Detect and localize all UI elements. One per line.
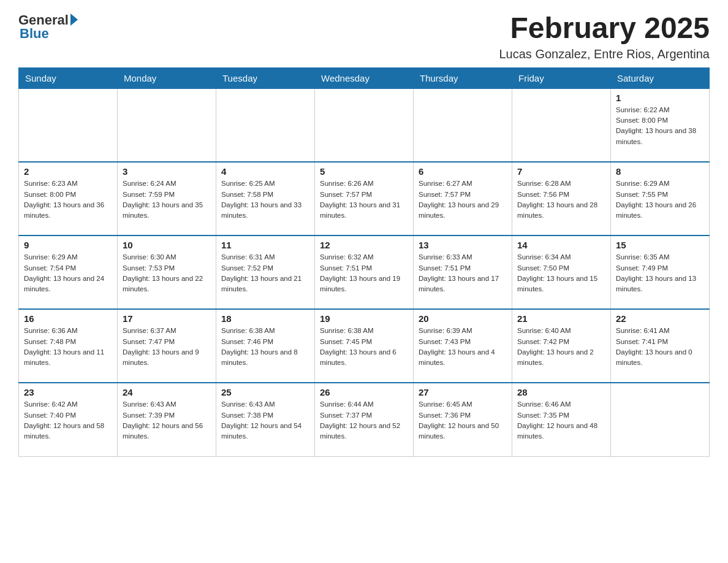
- day-number: 1: [616, 93, 704, 103]
- header-saturday: Saturday: [611, 67, 710, 88]
- day-info: Sunrise: 6:32 AMSunset: 7:51 PMDaylight:…: [320, 252, 408, 294]
- day-number: 18: [221, 313, 309, 324]
- day-info: Sunrise: 6:35 AMSunset: 7:49 PMDaylight:…: [616, 252, 704, 294]
- table-row: 20Sunrise: 6:39 AMSunset: 7:43 PMDayligh…: [414, 309, 512, 383]
- title-area: February 2025 Lucas Gonzalez, Entre Rios…: [499, 12, 710, 61]
- day-number: 10: [123, 240, 211, 250]
- day-number: 22: [616, 313, 704, 324]
- table-row: [611, 383, 710, 456]
- day-info: Sunrise: 6:38 AMSunset: 7:45 PMDaylight:…: [320, 326, 408, 368]
- weekday-header-row: Sunday Monday Tuesday Wednesday Thursday…: [19, 67, 710, 88]
- logo-blue-text: Blue: [20, 26, 49, 42]
- day-info: Sunrise: 6:29 AMSunset: 7:54 PMDaylight:…: [24, 252, 112, 294]
- day-number: 7: [517, 166, 605, 177]
- table-row: 7Sunrise: 6:28 AMSunset: 7:56 PMDaylight…: [512, 162, 611, 236]
- table-row: [118, 88, 216, 162]
- table-row: 3Sunrise: 6:24 AMSunset: 7:59 PMDaylight…: [118, 162, 216, 236]
- day-info: Sunrise: 6:23 AMSunset: 8:00 PMDaylight:…: [24, 178, 112, 221]
- table-row: 8Sunrise: 6:29 AMSunset: 7:55 PMDaylight…: [611, 162, 710, 236]
- day-info: Sunrise: 6:33 AMSunset: 7:51 PMDaylight:…: [419, 252, 507, 294]
- day-number: 15: [616, 240, 704, 250]
- month-title: February 2025: [499, 12, 710, 45]
- day-number: 27: [419, 387, 507, 397]
- day-number: 25: [221, 387, 309, 397]
- day-number: 2: [24, 166, 112, 177]
- table-row: 19Sunrise: 6:38 AMSunset: 7:45 PMDayligh…: [315, 309, 414, 383]
- day-info: Sunrise: 6:38 AMSunset: 7:46 PMDaylight:…: [221, 326, 309, 368]
- day-number: 13: [419, 240, 507, 250]
- table-row: [19, 88, 118, 162]
- calendar-week-row: 23Sunrise: 6:42 AMSunset: 7:40 PMDayligh…: [19, 383, 710, 456]
- day-number: 17: [123, 313, 211, 324]
- day-info: Sunrise: 6:30 AMSunset: 7:53 PMDaylight:…: [123, 252, 211, 294]
- day-number: 21: [517, 313, 605, 324]
- day-info: Sunrise: 6:28 AMSunset: 7:56 PMDaylight:…: [517, 178, 605, 221]
- table-row: 1Sunrise: 6:22 AMSunset: 8:00 PMDaylight…: [611, 88, 710, 162]
- day-info: Sunrise: 6:43 AMSunset: 7:38 PMDaylight:…: [221, 399, 309, 442]
- table-row: 16Sunrise: 6:36 AMSunset: 7:48 PMDayligh…: [19, 309, 118, 383]
- day-number: 19: [320, 313, 408, 324]
- table-row: 25Sunrise: 6:43 AMSunset: 7:38 PMDayligh…: [216, 383, 315, 456]
- day-number: 24: [123, 387, 211, 397]
- header-monday: Monday: [118, 67, 216, 88]
- day-info: Sunrise: 6:43 AMSunset: 7:39 PMDaylight:…: [123, 399, 211, 442]
- table-row: 12Sunrise: 6:32 AMSunset: 7:51 PMDayligh…: [315, 236, 414, 309]
- table-row: 9Sunrise: 6:29 AMSunset: 7:54 PMDaylight…: [19, 236, 118, 309]
- day-number: 26: [320, 387, 408, 397]
- day-number: 23: [24, 387, 112, 397]
- day-info: Sunrise: 6:46 AMSunset: 7:35 PMDaylight:…: [517, 399, 605, 442]
- table-row: [512, 88, 611, 162]
- table-row: 18Sunrise: 6:38 AMSunset: 7:46 PMDayligh…: [216, 309, 315, 383]
- calendar-week-row: 1Sunrise: 6:22 AMSunset: 8:00 PMDaylight…: [19, 88, 710, 162]
- day-number: 11: [221, 240, 309, 250]
- calendar-week-row: 16Sunrise: 6:36 AMSunset: 7:48 PMDayligh…: [19, 309, 710, 383]
- table-row: 23Sunrise: 6:42 AMSunset: 7:40 PMDayligh…: [19, 383, 118, 456]
- day-info: Sunrise: 6:22 AMSunset: 8:00 PMDaylight:…: [616, 105, 704, 147]
- day-info: Sunrise: 6:41 AMSunset: 7:41 PMDaylight:…: [616, 326, 704, 368]
- location-text: Lucas Gonzalez, Entre Rios, Argentina: [499, 47, 710, 61]
- table-row: 2Sunrise: 6:23 AMSunset: 8:00 PMDaylight…: [19, 162, 118, 236]
- day-info: Sunrise: 6:36 AMSunset: 7:48 PMDaylight:…: [24, 326, 112, 368]
- table-row: [216, 88, 315, 162]
- header-sunday: Sunday: [19, 67, 118, 88]
- day-info: Sunrise: 6:42 AMSunset: 7:40 PMDaylight:…: [24, 399, 112, 442]
- table-row: 11Sunrise: 6:31 AMSunset: 7:52 PMDayligh…: [216, 236, 315, 309]
- calendar-week-row: 9Sunrise: 6:29 AMSunset: 7:54 PMDaylight…: [19, 236, 710, 309]
- day-number: 14: [517, 240, 605, 250]
- day-number: 8: [616, 166, 704, 177]
- day-number: 12: [320, 240, 408, 250]
- calendar-week-row: 2Sunrise: 6:23 AMSunset: 8:00 PMDaylight…: [19, 162, 710, 236]
- header-wednesday: Wednesday: [315, 67, 414, 88]
- day-info: Sunrise: 6:45 AMSunset: 7:36 PMDaylight:…: [419, 399, 507, 442]
- day-info: Sunrise: 6:31 AMSunset: 7:52 PMDaylight:…: [221, 252, 309, 294]
- header-friday: Friday: [512, 67, 611, 88]
- page-header: General Blue February 2025 Lucas Gonzale…: [18, 12, 710, 61]
- table-row: [315, 88, 414, 162]
- calendar-table: Sunday Monday Tuesday Wednesday Thursday…: [18, 67, 710, 457]
- table-row: 4Sunrise: 6:25 AMSunset: 7:58 PMDaylight…: [216, 162, 315, 236]
- day-number: 20: [419, 313, 507, 324]
- table-row: 6Sunrise: 6:27 AMSunset: 7:57 PMDaylight…: [414, 162, 512, 236]
- table-row: 28Sunrise: 6:46 AMSunset: 7:35 PMDayligh…: [512, 383, 611, 456]
- day-number: 16: [24, 313, 112, 324]
- table-row: 17Sunrise: 6:37 AMSunset: 7:47 PMDayligh…: [118, 309, 216, 383]
- day-info: Sunrise: 6:44 AMSunset: 7:37 PMDaylight:…: [320, 399, 408, 442]
- day-info: Sunrise: 6:24 AMSunset: 7:59 PMDaylight:…: [123, 178, 211, 221]
- day-info: Sunrise: 6:37 AMSunset: 7:47 PMDaylight:…: [123, 326, 211, 368]
- table-row: [414, 88, 512, 162]
- day-number: 6: [419, 166, 507, 177]
- table-row: 15Sunrise: 6:35 AMSunset: 7:49 PMDayligh…: [611, 236, 710, 309]
- table-row: 26Sunrise: 6:44 AMSunset: 7:37 PMDayligh…: [315, 383, 414, 456]
- table-row: 13Sunrise: 6:33 AMSunset: 7:51 PMDayligh…: [414, 236, 512, 309]
- day-info: Sunrise: 6:29 AMSunset: 7:55 PMDaylight:…: [616, 178, 704, 221]
- day-number: 28: [517, 387, 605, 397]
- day-info: Sunrise: 6:25 AMSunset: 7:58 PMDaylight:…: [221, 178, 309, 221]
- logo: General Blue: [18, 12, 78, 42]
- day-info: Sunrise: 6:39 AMSunset: 7:43 PMDaylight:…: [419, 326, 507, 368]
- table-row: 14Sunrise: 6:34 AMSunset: 7:50 PMDayligh…: [512, 236, 611, 309]
- day-info: Sunrise: 6:26 AMSunset: 7:57 PMDaylight:…: [320, 178, 408, 221]
- day-info: Sunrise: 6:27 AMSunset: 7:57 PMDaylight:…: [419, 178, 507, 221]
- table-row: 24Sunrise: 6:43 AMSunset: 7:39 PMDayligh…: [118, 383, 216, 456]
- day-info: Sunrise: 6:40 AMSunset: 7:42 PMDaylight:…: [517, 326, 605, 368]
- table-row: 27Sunrise: 6:45 AMSunset: 7:36 PMDayligh…: [414, 383, 512, 456]
